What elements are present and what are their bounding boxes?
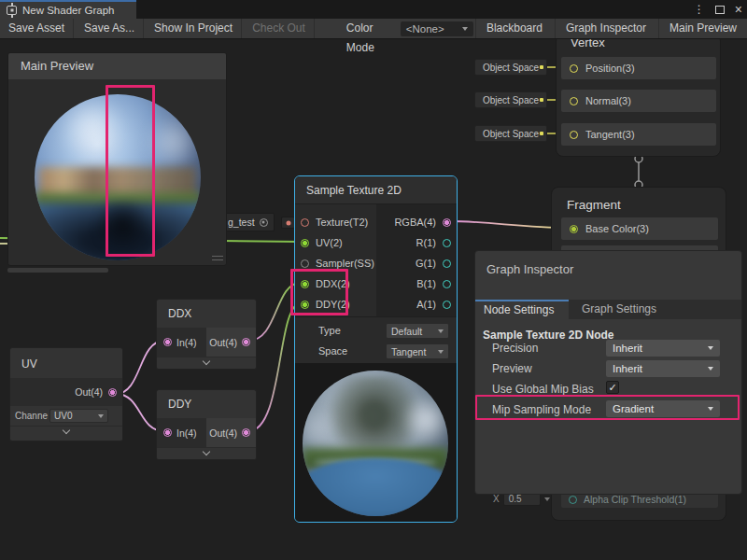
vertex-row-position[interactable]: Position(3) xyxy=(561,57,716,79)
port-label: Texture(T2) xyxy=(316,217,368,228)
tab-new-shader-graph[interactable]: New Shader Graph xyxy=(0,0,136,19)
preview-value: Inherit xyxy=(613,363,642,374)
port-label: Out(4) xyxy=(75,386,103,398)
tab-title: New Shader Graph xyxy=(22,5,114,16)
port-g-output[interactable] xyxy=(443,259,451,268)
fragment-row-base-color[interactable]: Base Color(3) xyxy=(561,217,718,240)
space-label: Space xyxy=(318,342,347,360)
preview-sphere-tree xyxy=(303,371,448,516)
graph-inspector-panel[interactable]: Graph Inspector Node Settings Graph Sett… xyxy=(474,250,742,495)
fragment-title: Fragment xyxy=(567,198,621,212)
graph-canvas[interactable]: Vertex Position(3) Normal(3) Tangent(3) … xyxy=(0,39,747,560)
chevron-down-icon xyxy=(438,329,444,333)
node-vertex[interactable]: Vertex Position(3) Normal(3) Tangent(3) xyxy=(556,39,721,157)
blackboard-button[interactable]: Blackboard xyxy=(475,19,553,38)
port-label: RGBA(4) xyxy=(394,217,436,228)
uv-title[interactable]: UV xyxy=(10,348,122,378)
chevron-down-icon xyxy=(544,497,550,501)
node-uv[interactable]: UV Out(4) Channe UV0 xyxy=(9,347,123,441)
channel-dropdown[interactable]: UV0 xyxy=(49,409,108,423)
ddx-title[interactable]: DDX xyxy=(157,300,256,328)
port-label: Tangent(3) xyxy=(585,129,635,140)
save-as-button[interactable]: Save As... xyxy=(76,19,144,38)
port-sampler-input[interactable] xyxy=(301,259,309,268)
type-label: Type xyxy=(318,321,341,340)
save-asset-button[interactable]: Save Asset xyxy=(0,19,74,38)
type-dropdown[interactable]: Default xyxy=(386,323,449,339)
inspector-tabs: Node Settings Graph Settings xyxy=(475,300,741,319)
port-rgba-output[interactable] xyxy=(443,218,451,227)
port-dot xyxy=(540,65,543,69)
chevron-down-icon xyxy=(708,346,713,350)
mip-bias-checkbox[interactable]: ✓ xyxy=(606,381,619,394)
precision-dropdown[interactable]: Inherit xyxy=(606,340,720,357)
graph-inspector-title: Graph Inspector xyxy=(486,262,573,276)
highlight-ddx-ddy-ports xyxy=(290,269,348,315)
tab-graph-settings[interactable]: Graph Settings xyxy=(569,300,669,319)
ddx-collapse-button[interactable] xyxy=(157,357,256,369)
port-label: Out(4) xyxy=(209,337,237,348)
vertex-row-normal[interactable]: Normal(3) xyxy=(561,90,716,112)
vertex-row-tangent[interactable]: Tangent(3) xyxy=(561,123,716,146)
port-ddx-out[interactable] xyxy=(242,338,250,346)
node-ddy[interactable]: DDY In(4) Out(4) xyxy=(156,389,257,460)
precision-value: Inherit xyxy=(613,343,642,354)
port-alpha-clip[interactable] xyxy=(569,496,577,504)
port-dot xyxy=(540,132,543,135)
port-r-output[interactable] xyxy=(443,239,451,247)
node-ddx[interactable]: DDX In(4) Out(4) xyxy=(156,299,257,370)
property-output-stub[interactable] xyxy=(281,217,295,229)
uv-collapse-button[interactable] xyxy=(10,426,122,440)
port-label: In(4) xyxy=(176,337,197,348)
node-sample-texture-2d[interactable]: Sample Texture 2D Texture(T2) UV(2) Samp… xyxy=(294,175,458,523)
collapse-chevron-icon xyxy=(63,427,70,434)
port-b-output[interactable] xyxy=(443,280,451,288)
port-normal[interactable] xyxy=(570,97,578,105)
main-preview-button[interactable]: Main Preview xyxy=(658,19,747,38)
port-tangent[interactable] xyxy=(570,131,578,139)
port-ddy-in[interactable] xyxy=(163,428,172,437)
port-label: Position(3) xyxy=(585,63,635,74)
property-name: g_test xyxy=(228,217,255,228)
space-value: Tangent xyxy=(391,346,426,357)
port-dot xyxy=(286,220,290,225)
object-space-dropdown-position[interactable]: Object Space xyxy=(474,59,547,76)
port-uv-input[interactable] xyxy=(301,239,309,247)
port-texture-input[interactable] xyxy=(301,218,309,227)
preview-bottom-strip xyxy=(7,268,108,273)
main-preview-title[interactable]: Main Preview xyxy=(8,53,226,79)
tab-node-settings[interactable]: Node Settings xyxy=(475,300,569,319)
resize-grip[interactable] xyxy=(212,256,223,263)
shader-graph-icon xyxy=(7,6,17,15)
kebab-menu-icon[interactable]: ⋮ xyxy=(694,4,705,15)
color-mode-dropdown[interactable]: <None> xyxy=(401,21,473,36)
object-space-dropdown-tangent[interactable]: Object Space xyxy=(474,125,547,142)
precision-label: Precision xyxy=(492,342,538,355)
port-base-color[interactable] xyxy=(570,225,578,233)
port-dot xyxy=(540,98,543,102)
ddy-title[interactable]: DDY xyxy=(157,390,256,418)
port-ddy-out[interactable] xyxy=(242,428,250,437)
graph-inspector-button[interactable]: Graph Inspector xyxy=(555,19,656,38)
type-value: Default xyxy=(391,326,422,337)
ddy-collapse-button[interactable] xyxy=(157,447,256,459)
port-uv-out[interactable] xyxy=(108,388,117,397)
port-position[interactable] xyxy=(570,64,578,73)
inspector-section-title: Sample Texture 2D Node xyxy=(483,329,613,342)
show-in-project-button[interactable]: Show In Project xyxy=(146,19,242,38)
port-label: A(1) xyxy=(416,299,436,310)
port-a-output[interactable] xyxy=(443,301,451,309)
mip-bias-label: Use Global Mip Bias xyxy=(492,383,594,396)
close-icon[interactable]: × xyxy=(735,3,742,16)
port-label: Base Color(3) xyxy=(585,223,649,234)
object-space-label: Object Space xyxy=(483,95,539,105)
object-space-dropdown-normal[interactable]: Object Space xyxy=(474,91,547,108)
maximize-icon[interactable] xyxy=(715,6,725,14)
sample-node-title[interactable]: Sample Texture 2D xyxy=(295,176,457,204)
preview-dropdown[interactable]: Inherit xyxy=(606,360,720,377)
port-ddx-in[interactable] xyxy=(163,338,172,346)
chevron-down-icon xyxy=(98,414,104,418)
object-space-label: Object Space xyxy=(483,63,539,73)
space-dropdown[interactable]: Tangent xyxy=(386,343,449,359)
node-property-g-test[interactable]: g_test xyxy=(220,213,275,231)
